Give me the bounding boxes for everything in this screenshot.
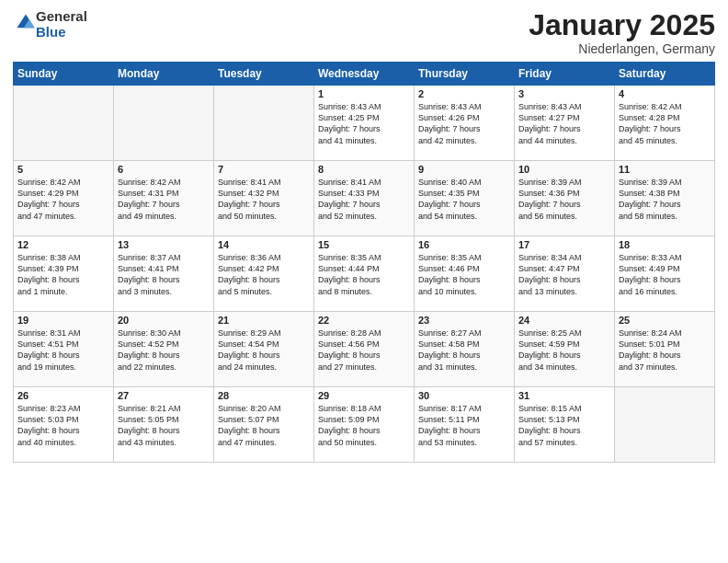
day-number: 6 — [118, 164, 210, 175]
weekday-header-friday: Friday — [515, 63, 615, 86]
day-info: Sunrise: 8:41 AM Sunset: 4:32 PM Dayligh… — [218, 177, 310, 222]
day-info: Sunrise: 8:43 AM Sunset: 4:25 PM Dayligh… — [318, 101, 410, 146]
calendar-cell: 18Sunrise: 8:33 AM Sunset: 4:49 PM Dayli… — [615, 236, 715, 312]
calendar-location: Niederlangen, Germany — [529, 41, 715, 56]
calendar-cell: 12Sunrise: 8:38 AM Sunset: 4:39 PM Dayli… — [14, 236, 114, 312]
calendar-cell: 28Sunrise: 8:20 AM Sunset: 5:07 PM Dayli… — [214, 387, 314, 463]
calendar-cell — [114, 86, 214, 161]
calendar-cell — [615, 387, 715, 463]
day-number: 11 — [619, 164, 711, 175]
calendar-cell: 31Sunrise: 8:15 AM Sunset: 5:13 PM Dayli… — [515, 387, 615, 463]
day-info: Sunrise: 8:35 AM Sunset: 4:44 PM Dayligh… — [318, 252, 410, 297]
calendar-week-4: 19Sunrise: 8:31 AM Sunset: 4:51 PM Dayli… — [14, 312, 715, 387]
day-info: Sunrise: 8:30 AM Sunset: 4:52 PM Dayligh… — [118, 327, 210, 373]
calendar-week-1: 1Sunrise: 8:43 AM Sunset: 4:25 PM Daylig… — [14, 86, 715, 161]
weekday-header-monday: Monday — [114, 63, 214, 86]
day-info: Sunrise: 8:36 AM Sunset: 4:42 PM Dayligh… — [218, 252, 310, 297]
day-info: Sunrise: 8:15 AM Sunset: 5:13 PM Dayligh… — [518, 403, 610, 448]
calendar-cell: 5Sunrise: 8:42 AM Sunset: 4:29 PM Daylig… — [14, 161, 114, 236]
weekday-header-thursday: Thursday — [415, 63, 515, 86]
calendar-cell: 30Sunrise: 8:17 AM Sunset: 5:11 PM Dayli… — [415, 387, 515, 463]
calendar-cell: 8Sunrise: 8:41 AM Sunset: 4:33 PM Daylig… — [314, 161, 415, 236]
calendar-cell: 13Sunrise: 8:37 AM Sunset: 4:41 PM Dayli… — [114, 236, 214, 312]
day-info: Sunrise: 8:24 AM Sunset: 5:01 PM Dayligh… — [619, 327, 711, 373]
day-number: 7 — [218, 164, 310, 175]
day-number: 20 — [118, 315, 210, 326]
weekday-header-tuesday: Tuesday — [214, 63, 314, 86]
day-info: Sunrise: 8:43 AM Sunset: 4:26 PM Dayligh… — [418, 101, 510, 146]
day-number: 1 — [318, 88, 410, 99]
calendar-cell: 9Sunrise: 8:40 AM Sunset: 4:35 PM Daylig… — [415, 161, 515, 236]
day-info: Sunrise: 8:33 AM Sunset: 4:49 PM Dayligh… — [619, 252, 711, 297]
day-number: 19 — [17, 315, 109, 326]
day-info: Sunrise: 8:21 AM Sunset: 5:05 PM Dayligh… — [118, 403, 210, 448]
calendar-cell: 2Sunrise: 8:43 AM Sunset: 4:26 PM Daylig… — [415, 86, 515, 161]
calendar-cell: 17Sunrise: 8:34 AM Sunset: 4:47 PM Dayli… — [515, 236, 615, 312]
calendar-cell: 7Sunrise: 8:41 AM Sunset: 4:32 PM Daylig… — [214, 161, 314, 236]
day-info: Sunrise: 8:42 AM Sunset: 4:31 PM Dayligh… — [118, 177, 210, 222]
calendar-cell: 25Sunrise: 8:24 AM Sunset: 5:01 PM Dayli… — [615, 312, 715, 387]
day-number: 27 — [118, 390, 210, 401]
weekday-header-wednesday: Wednesday — [314, 63, 415, 86]
day-info: Sunrise: 8:31 AM Sunset: 4:51 PM Dayligh… — [17, 327, 109, 373]
day-info: Sunrise: 8:29 AM Sunset: 4:54 PM Dayligh… — [218, 327, 310, 373]
calendar-cell: 22Sunrise: 8:28 AM Sunset: 4:56 PM Dayli… — [314, 312, 415, 387]
day-number: 23 — [418, 315, 510, 326]
day-info: Sunrise: 8:34 AM Sunset: 4:47 PM Dayligh… — [518, 252, 610, 297]
day-info: Sunrise: 8:35 AM Sunset: 4:46 PM Dayligh… — [418, 252, 510, 297]
calendar-cell: 3Sunrise: 8:43 AM Sunset: 4:27 PM Daylig… — [515, 86, 615, 161]
calendar-cell: 21Sunrise: 8:29 AM Sunset: 4:54 PM Dayli… — [214, 312, 314, 387]
day-info: Sunrise: 8:28 AM Sunset: 4:56 PM Dayligh… — [318, 327, 410, 373]
day-info: Sunrise: 8:42 AM Sunset: 4:28 PM Dayligh… — [619, 101, 711, 146]
day-info: Sunrise: 8:42 AM Sunset: 4:29 PM Dayligh… — [17, 177, 109, 222]
calendar-week-2: 5Sunrise: 8:42 AM Sunset: 4:29 PM Daylig… — [14, 161, 715, 236]
calendar-cell: 29Sunrise: 8:18 AM Sunset: 5:09 PM Dayli… — [314, 387, 415, 463]
calendar-cell: 27Sunrise: 8:21 AM Sunset: 5:05 PM Dayli… — [114, 387, 214, 463]
day-number: 31 — [518, 390, 610, 401]
day-number: 17 — [518, 239, 610, 250]
day-info: Sunrise: 8:43 AM Sunset: 4:27 PM Dayligh… — [518, 101, 610, 146]
calendar-cell — [214, 86, 314, 161]
calendar-table: SundayMondayTuesdayWednesdayThursdayFrid… — [13, 62, 715, 463]
day-number: 26 — [17, 390, 109, 401]
day-number: 14 — [218, 239, 310, 250]
day-info: Sunrise: 8:40 AM Sunset: 4:35 PM Dayligh… — [418, 177, 510, 222]
day-number: 3 — [518, 88, 610, 99]
weekday-header-row: SundayMondayTuesdayWednesdayThursdayFrid… — [14, 63, 715, 86]
day-number: 24 — [518, 315, 610, 326]
page-header: General Blue January 2025 Niederlangen, … — [13, 9, 715, 56]
day-number: 21 — [218, 315, 310, 326]
calendar-cell: 26Sunrise: 8:23 AM Sunset: 5:03 PM Dayli… — [14, 387, 114, 463]
day-info: Sunrise: 8:20 AM Sunset: 5:07 PM Dayligh… — [218, 403, 310, 448]
day-info: Sunrise: 8:39 AM Sunset: 4:38 PM Dayligh… — [619, 177, 711, 222]
day-number: 18 — [619, 239, 711, 250]
day-info: Sunrise: 8:39 AM Sunset: 4:36 PM Dayligh… — [518, 177, 610, 222]
calendar-cell: 24Sunrise: 8:25 AM Sunset: 4:59 PM Dayli… — [515, 312, 615, 387]
calendar-week-3: 12Sunrise: 8:38 AM Sunset: 4:39 PM Dayli… — [14, 236, 715, 312]
day-number: 9 — [418, 164, 510, 175]
day-number: 2 — [418, 88, 510, 99]
day-number: 25 — [619, 315, 711, 326]
logo-icon — [16, 13, 36, 33]
day-number: 8 — [318, 164, 410, 175]
day-info: Sunrise: 8:23 AM Sunset: 5:03 PM Dayligh… — [17, 403, 109, 448]
logo-general-text: General — [36, 8, 87, 24]
calendar-cell — [14, 86, 114, 161]
calendar-cell: 11Sunrise: 8:39 AM Sunset: 4:38 PM Dayli… — [615, 161, 715, 236]
day-info: Sunrise: 8:41 AM Sunset: 4:33 PM Dayligh… — [318, 177, 410, 222]
calendar-cell: 19Sunrise: 8:31 AM Sunset: 4:51 PM Dayli… — [14, 312, 114, 387]
day-number: 16 — [418, 239, 510, 250]
day-number: 29 — [318, 390, 410, 401]
day-number: 13 — [118, 239, 210, 250]
calendar-cell: 14Sunrise: 8:36 AM Sunset: 4:42 PM Dayli… — [214, 236, 314, 312]
calendar-cell: 15Sunrise: 8:35 AM Sunset: 4:44 PM Dayli… — [314, 236, 415, 312]
calendar-cell: 4Sunrise: 8:42 AM Sunset: 4:28 PM Daylig… — [615, 86, 715, 161]
logo-blue-text: Blue — [36, 24, 66, 40]
weekday-header-saturday: Saturday — [615, 63, 715, 86]
calendar-cell: 23Sunrise: 8:27 AM Sunset: 4:58 PM Dayli… — [415, 312, 515, 387]
calendar-week-5: 26Sunrise: 8:23 AM Sunset: 5:03 PM Dayli… — [14, 387, 715, 463]
day-number: 15 — [318, 239, 410, 250]
calendar-cell: 1Sunrise: 8:43 AM Sunset: 4:25 PM Daylig… — [314, 86, 415, 161]
day-info: Sunrise: 8:38 AM Sunset: 4:39 PM Dayligh… — [17, 252, 109, 297]
day-number: 5 — [17, 164, 109, 175]
